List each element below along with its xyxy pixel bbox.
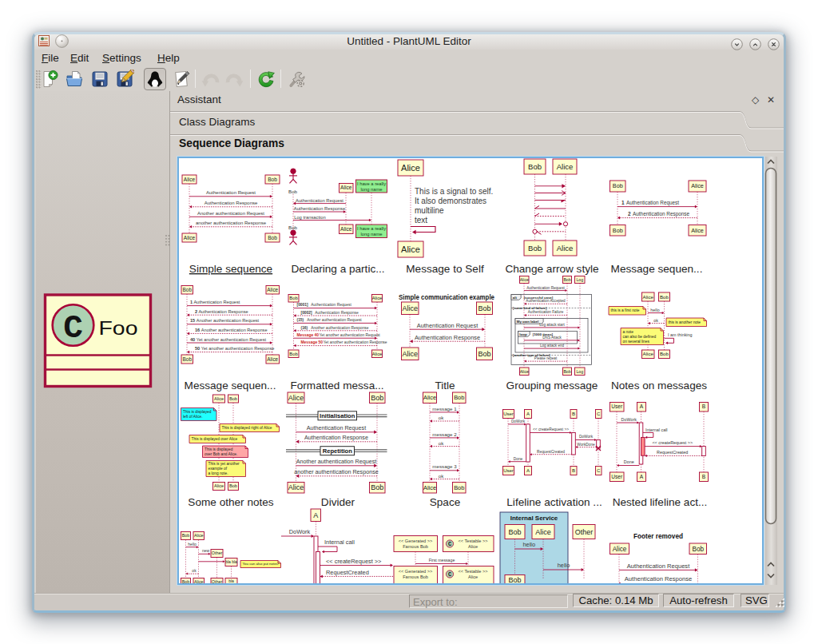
svg-text:bla bla: bla bla [225, 559, 237, 564]
svg-text:A: A [640, 474, 644, 479]
svg-text:loop: loop [519, 332, 527, 336]
svg-text:multiline: multiline [415, 206, 444, 215]
svg-text:new: new [202, 548, 210, 553]
svg-text:ok: ok [439, 415, 444, 420]
svg-text:Bob: Bob [660, 351, 669, 356]
svg-text:<< createRequest >>: << createRequest >> [326, 558, 381, 565]
svg-text:Alice: Alice [340, 226, 352, 232]
svg-text:Done: Done [514, 457, 523, 461]
svg-text:Another authentication Respons: Another authentication Response [201, 328, 268, 332]
svg-text:Alice: Alice [214, 396, 224, 401]
svg-text:Alice: Alice [691, 227, 704, 234]
svg-text:<< Generated >>: << Generated >> [399, 569, 433, 574]
svg-text:<< Testable >>: << Testable >> [459, 569, 488, 574]
svg-text:Title: Title [435, 380, 455, 392]
svg-text:C: C [597, 468, 601, 473]
svg-text:Alice: Alice [402, 350, 418, 358]
svg-text:Alice: Alice [468, 544, 478, 549]
svg-text:Yet another authentication Res: Yet another authentication Response [324, 340, 387, 344]
svg-text:another authentication Respons: another authentication Response [196, 221, 267, 225]
svg-text:Authentication Request: Authentication Request [193, 300, 240, 304]
svg-text:Authentication Request: Authentication Request [627, 563, 690, 570]
svg-text:B: B [702, 474, 706, 479]
svg-text:Formatted messa...: Formatted messa... [290, 380, 383, 392]
svg-text:Nested lifeline act...: Nested lifeline act... [613, 496, 708, 508]
svg-text:hello: hello [522, 541, 535, 548]
svg-text:Simple communication example: Simple communication example [399, 293, 494, 301]
svg-text:A: A [313, 511, 318, 519]
svg-text:[some kind of failure]: [some kind of failure] [513, 306, 547, 310]
svg-text:ok: ok [192, 568, 197, 573]
svg-text:Authentication Response: Authentication Response [315, 311, 359, 315]
svg-text:Authentication Response: Authentication Response [415, 334, 480, 341]
svg-text:Authentication Request: Authentication Request [626, 200, 679, 206]
svg-text:alt: alt [513, 296, 518, 300]
svg-text:Alice: Alice [288, 394, 304, 402]
svg-text:A: A [526, 468, 530, 473]
svg-text:Bob: Bob [182, 579, 190, 583]
svg-text:Internal call: Internal call [324, 539, 355, 546]
svg-text:Alice: Alice [372, 296, 383, 300]
svg-text:40: 40 [190, 337, 195, 342]
svg-text:hello: hello [188, 542, 197, 547]
svg-text:Authentication Response: Authentication Response [633, 211, 690, 217]
svg-text:This is yet another: This is yet another [208, 462, 240, 466]
svg-text:Alice: Alice [643, 294, 654, 300]
svg-text:Alice: Alice [214, 483, 224, 488]
svg-text:Bob: Bob [692, 546, 704, 553]
svg-text:Alice: Alice [423, 394, 436, 401]
svg-text:Bob: Bob [182, 533, 190, 538]
svg-text:Log: Log [576, 369, 583, 374]
svg-text:ok: ok [439, 473, 444, 479]
svg-text:C: C [448, 541, 451, 547]
svg-text:Alice: Alice [267, 356, 278, 362]
svg-text:Alice: Alice [520, 369, 529, 374]
svg-text:Bob: Bob [183, 287, 193, 292]
svg-text:This is displayed: This is displayed [183, 410, 212, 414]
svg-text:Authentication Response: Authentication Response [198, 309, 248, 314]
svg-text:C: C [63, 309, 83, 346]
svg-text:hello: hello [558, 562, 570, 569]
svg-text:Bob: Bob [229, 396, 237, 401]
svg-text:Bob: Bob [478, 350, 490, 358]
svg-text:RequestCreated: RequestCreated [537, 450, 565, 454]
svg-text:<< Generated >>: << Generated >> [399, 539, 433, 543]
svg-text:Footer removed: Footer removed [633, 533, 683, 540]
svg-text:Alice: Alice [468, 574, 478, 579]
svg-text:Authentication Request: Authentication Request [307, 424, 366, 431]
svg-text:1: 1 [190, 300, 193, 304]
svg-text:Bob: Bob [288, 225, 298, 230]
svg-text:Alice: Alice [613, 546, 627, 553]
svg-text:Bob: Bob [613, 182, 623, 189]
svg-text:Initialisation: Initialisation [320, 412, 355, 419]
svg-text:Authentication Failure: Authentication Failure [528, 310, 564, 314]
svg-text:Message 40: Message 40 [297, 333, 320, 337]
svg-text:Notes on messages: Notes on messages [611, 380, 707, 392]
svg-text:Bob: Bob [268, 177, 277, 182]
svg-text:Authentication Request: Authentication Request [417, 322, 478, 329]
svg-text:Bob: Bob [660, 294, 669, 300]
svg-text:15: 15 [190, 318, 195, 323]
svg-text:Log attack start: Log attack start [539, 323, 565, 327]
svg-text:DoWork: DoWork [511, 419, 526, 423]
svg-text:a long note.: a long note. [208, 471, 228, 475]
svg-text:DNS Attack: DNS Attack [542, 336, 562, 340]
svg-text:Bob: Bob [289, 296, 297, 300]
svg-text:Bob: Bob [528, 162, 542, 171]
svg-text:I have a really: I have a really [357, 181, 386, 186]
svg-text:Alice: Alice [402, 304, 418, 312]
svg-text:Bob: Bob [563, 369, 570, 374]
svg-text:Alice: Alice [401, 163, 420, 173]
svg-text:A: A [526, 411, 530, 416]
svg-text:A: A [640, 403, 644, 409]
svg-text:Alice: Alice [184, 177, 196, 182]
svg-text:Authentication Response: Authentication Response [625, 575, 692, 582]
svg-text:First message: First message [429, 558, 455, 563]
svg-text:long name: long name [360, 232, 382, 237]
svg-text:WorkDone: WorkDone [577, 443, 595, 447]
svg-text:2: 2 [628, 211, 631, 217]
svg-text:text: text [415, 216, 427, 225]
svg-text:Authentication Request: Authentication Request [296, 198, 343, 203]
svg-text:This is displayed over Alice: This is displayed over Alice [192, 437, 238, 441]
svg-text:Foo: Foo [99, 318, 138, 339]
